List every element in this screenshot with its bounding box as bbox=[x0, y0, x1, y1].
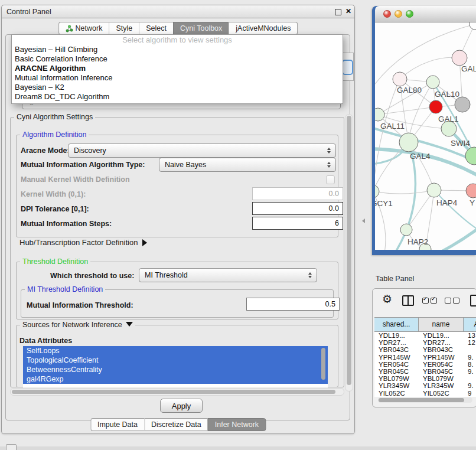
tab-style[interactable]: Style bbox=[109, 22, 139, 35]
network-node-1[interactable] bbox=[452, 50, 467, 66]
tab-infer-network[interactable]: Infer Network bbox=[208, 418, 266, 431]
network-node-3[interactable] bbox=[426, 76, 439, 89]
table-horizontal-thumb[interactable] bbox=[379, 398, 464, 402]
mi-threshold-field[interactable]: 0.5 bbox=[246, 298, 340, 311]
network-node-8[interactable] bbox=[399, 133, 418, 152]
network-graph[interactable]: GALGAL80GAL10GAL1GAL11SWI4GAL4GCY1HAP4YH… bbox=[375, 22, 476, 250]
table-row[interactable]: YBL079WYBL079W bbox=[374, 375, 476, 382]
popup-item-bayesian-hill-climbing[interactable]: Bayesian – Hill Climbing bbox=[12, 45, 343, 54]
apply-button[interactable]: Apply bbox=[160, 399, 203, 413]
tab-cyni-toolbox[interactable]: Cyni Toolbox bbox=[173, 22, 229, 35]
network-node-5[interactable] bbox=[455, 97, 470, 112]
settings-horizontal-scrollbar[interactable] bbox=[10, 388, 344, 396]
settings-horizontal-thumb[interactable] bbox=[12, 390, 335, 394]
table-cell bbox=[464, 346, 476, 353]
column-header-a[interactable]: A bbox=[464, 318, 476, 331]
tab-jactivemnodules[interactable]: jActiveMNodules bbox=[229, 22, 298, 35]
select-all-checkboxes-icon[interactable] bbox=[422, 298, 437, 304]
popup-item-bayesian-k2[interactable]: Bayesian – K2 bbox=[12, 83, 343, 92]
tab-discretize-data[interactable]: Discretize Data bbox=[144, 418, 208, 431]
network-edge[interactable] bbox=[378, 107, 436, 115]
table-row[interactable]: YIL052CYIL052C9 bbox=[374, 390, 476, 397]
apply-button-label: Apply bbox=[172, 402, 191, 410]
data-attributes-label: Data Attributes bbox=[19, 337, 72, 345]
tab-label: Impute Data bbox=[97, 419, 138, 431]
close-traffic-light-icon[interactable] bbox=[383, 10, 391, 18]
tab-select[interactable]: Select bbox=[139, 22, 173, 35]
network-node-13[interactable] bbox=[400, 224, 412, 236]
splitter-handle-icon[interactable] bbox=[362, 219, 365, 223]
columns-icon[interactable] bbox=[402, 295, 414, 306]
aracne-mode-combo[interactable]: Discovery bbox=[68, 144, 336, 158]
mi-threshold-label: Mutual Information Threshold: bbox=[27, 301, 133, 309]
network-canvas[interactable]: GALGAL80GAL10GAL1GAL11SWI4GAL4GCY1HAP4YH… bbox=[375, 22, 476, 250]
network-edge[interactable] bbox=[375, 190, 434, 194]
tab-label: Cyni Toolbox bbox=[180, 22, 222, 34]
attribute-item-betweennesscentrality[interactable]: BetweennessCentrality bbox=[23, 365, 328, 374]
table-row[interactable]: YBR043CYBR043C bbox=[374, 346, 476, 353]
network-node-10[interactable] bbox=[375, 185, 379, 198]
network-node-12[interactable] bbox=[466, 184, 476, 198]
dpi-tolerance-value: 0.0 bbox=[329, 204, 339, 213]
minimized-panel-icon[interactable] bbox=[6, 444, 17, 450]
settings-vertical-thumb[interactable] bbox=[347, 116, 351, 385]
mi-threshold-definition-title: MI Threshold Definition bbox=[25, 285, 105, 294]
kernel-width-field[interactable]: 0.0 bbox=[252, 187, 343, 200]
dpi-tolerance-field[interactable]: 0.0 bbox=[252, 202, 343, 215]
popup-item-basic-correlation-inference[interactable]: Basic Correlation Inference bbox=[12, 54, 343, 64]
mi-steps-field[interactable]: 6 bbox=[252, 217, 343, 230]
attribute-item-topologicalcoefficient[interactable]: TopologicalCoefficient bbox=[23, 356, 328, 365]
attribute-item-gal4rgexp[interactable]: gal4RGexp bbox=[23, 374, 328, 384]
manual-kernel-checkbox[interactable] bbox=[326, 175, 335, 184]
settings-vertical-scrollbar[interactable] bbox=[345, 114, 353, 392]
table-cell: YER054C bbox=[374, 361, 419, 368]
column-header-name[interactable]: name bbox=[419, 318, 464, 331]
mi-type-combo[interactable]: Naive Bayes bbox=[159, 158, 336, 172]
hub-tf-definition-toggle[interactable]: Hub/Transcription Factor Definition bbox=[19, 238, 147, 247]
table-row[interactable]: YLR345WYLR345W9. bbox=[374, 382, 476, 389]
popup-item-aracne-algorithm[interactable]: ARACNE Algorithm bbox=[12, 64, 343, 73]
table-horizontal-scrollbar[interactable] bbox=[378, 397, 472, 403]
table-row[interactable]: YPR145WYPR145W9. bbox=[374, 354, 476, 361]
table-row[interactable]: YBR045CYBR045C9. bbox=[374, 368, 476, 375]
which-threshold-combo[interactable]: MI Threshold bbox=[139, 268, 317, 282]
close-icon[interactable]: ✕ bbox=[345, 7, 351, 15]
node-label-y: Y bbox=[470, 198, 475, 207]
manual-kernel-label: Manual Kernel Width Definition bbox=[21, 175, 130, 184]
dpi-tolerance-label: DPI Tolerance [0,1]: bbox=[21, 205, 89, 213]
network-node-2[interactable] bbox=[393, 72, 407, 86]
kernel-width-label: Kernel Width (0,1): bbox=[21, 190, 86, 198]
new-table-icon[interactable] bbox=[470, 295, 476, 306]
table-cell: YBL079W bbox=[374, 375, 419, 382]
table-row[interactable]: YDL19...YDL19...13 bbox=[374, 332, 476, 339]
table-cell: YDR27... bbox=[374, 339, 419, 346]
table-row[interactable]: YER054CYER054C8. bbox=[374, 361, 476, 368]
popup-item-dream8-dc-tdc-algorithm[interactable]: Dream8 DC_TDC Algorithm bbox=[12, 92, 343, 102]
bottom-tabbar: Impute DataDiscretize DataInfer Network bbox=[90, 418, 266, 431]
data-attributes-list[interactable]: SelfLoopsTopologicalCoefficientBetweenne… bbox=[23, 346, 328, 387]
network-node-0[interactable] bbox=[470, 22, 476, 30]
deselect-all-checkboxes-icon[interactable] bbox=[445, 298, 459, 304]
network-node-4[interactable] bbox=[429, 100, 442, 113]
tab-impute-data[interactable]: Impute Data bbox=[90, 418, 144, 431]
network-edge[interactable] bbox=[400, 57, 459, 79]
zoom-traffic-light-icon[interactable] bbox=[406, 10, 413, 18]
float-window-icon[interactable] bbox=[335, 9, 341, 15]
algorithm-popup-placeholder: Select algorithm to view settings bbox=[12, 35, 343, 45]
spinner-arrows-icon bbox=[325, 148, 332, 154]
network-window-titlebar[interactable] bbox=[375, 6, 476, 22]
sources-title-toggle[interactable]: Sources for Network Inference bbox=[20, 321, 135, 329]
network-node-11[interactable] bbox=[427, 183, 441, 197]
table-cell: YBR043C bbox=[419, 346, 464, 353]
column-header-shared[interactable]: shared... bbox=[374, 318, 419, 331]
table-row[interactable]: YDR27...YDR27...12 bbox=[374, 339, 476, 346]
attribute-item-selfloops[interactable]: SelfLoops bbox=[23, 346, 328, 356]
table-cell: YIL052C bbox=[419, 390, 464, 397]
popup-item-mutual-information-inference[interactable]: Mutual Information Inference bbox=[12, 73, 343, 83]
table-cell: 8. bbox=[464, 361, 476, 368]
attribute-list-scrollbar[interactable] bbox=[321, 348, 325, 380]
minimize-traffic-light-icon[interactable] bbox=[395, 10, 402, 18]
algorithm-combo-spinner-fragment[interactable] bbox=[342, 60, 353, 75]
gear-icon[interactable]: ⚙ bbox=[382, 292, 392, 305]
tab-network[interactable]: Network bbox=[58, 22, 109, 35]
